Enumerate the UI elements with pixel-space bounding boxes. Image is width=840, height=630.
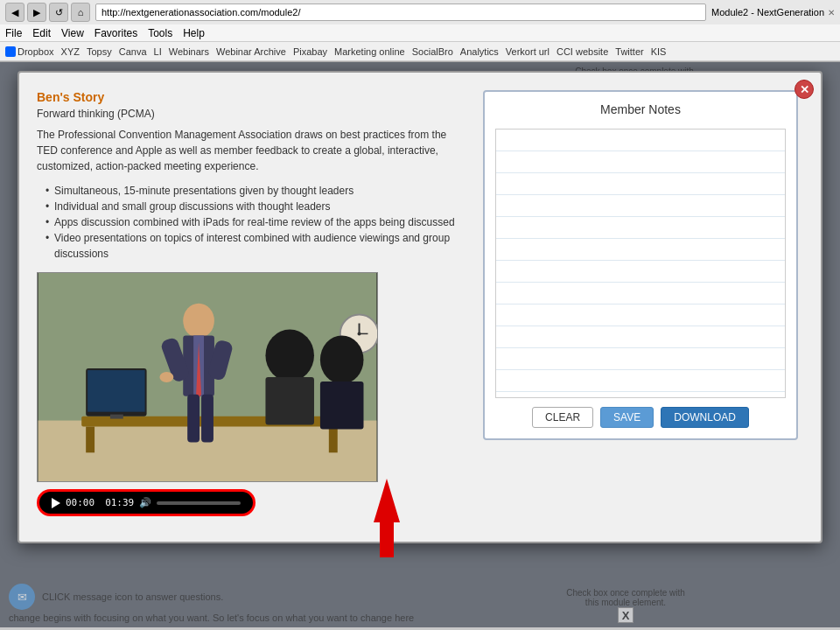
svg-rect-22 [265, 377, 314, 425]
volume-icon[interactable]: 🔊 [139, 497, 151, 508]
back-button[interactable]: ◀ [5, 3, 24, 22]
menu-edit[interactable]: Edit [32, 27, 51, 39]
message-icon[interactable]: ✉ [9, 584, 35, 610]
bookmark-canva[interactable]: Canva [119, 46, 147, 57]
play-button[interactable] [52, 498, 60, 508]
bookmark-xyz[interactable]: XYZ [61, 46, 80, 57]
bottom-instruction-text: CLICK message icon to answer questions. [42, 592, 223, 602]
svg-rect-11 [110, 415, 123, 419]
bookmark-verkort[interactable]: Verkort url [506, 46, 550, 57]
modal-right-panel: Member Notes [483, 90, 798, 516]
menu-view[interactable]: View [61, 27, 84, 39]
bottom-bg-content: ✉ CLICK message icon to answer questions… [9, 584, 831, 623]
bookmark-twitter[interactable]: Twitter [615, 46, 643, 57]
story-body-text: The Professional Convention Management A… [37, 127, 466, 174]
notes-textarea[interactable] [496, 130, 785, 397]
svg-rect-7 [86, 427, 94, 453]
bookmark-marketing[interactable]: Marketing online [334, 46, 405, 57]
video-controls-container: 00:00 01:39 🔊 [37, 489, 466, 516]
address-bar[interactable] [95, 4, 706, 21]
tab-close-button[interactable]: ✕ [828, 8, 835, 18]
bookmark-webinar-archive[interactable]: Webinar Archive [216, 46, 286, 57]
clear-button[interactable]: CLEAR [532, 407, 593, 428]
svg-point-12 [183, 304, 214, 339]
bottom-row-1: ✉ CLICK message icon to answer questions… [9, 584, 831, 610]
menu-favorites[interactable]: Favorites [94, 27, 137, 39]
story-title: Ben's Story [37, 90, 466, 104]
svg-point-18 [159, 372, 173, 382]
menu-tools[interactable]: Tools [148, 27, 172, 39]
list-item-1: Simultaneous, 15-minute presentations gi… [46, 183, 466, 199]
checkbox-bottom[interactable]: X [618, 607, 634, 623]
modal-left-panel: Ben's Story Forward thinking (PCMA) The … [37, 90, 466, 516]
svg-point-23 [320, 335, 364, 384]
bookmark-analytics[interactable]: Analytics [460, 46, 499, 57]
list-item-3: Apps discussion combined with iPads for … [46, 214, 466, 230]
story-bullet-list: Simultaneous, 15-minute presentations gi… [37, 183, 466, 262]
browser-titlebar: ◀ ▶ ↺ ⌂ Module2 - NextGeneration ✕ [0, 0, 840, 24]
svg-rect-20 [201, 395, 214, 443]
svg-point-21 [265, 329, 314, 382]
video-wrapper: 00:00 01:39 🔊 [37, 272, 466, 516]
save-button[interactable]: SAVE [600, 407, 654, 428]
video-thumbnail[interactable] [37, 272, 378, 482]
story-subtitle: Forward thinking (PCMA) [37, 108, 466, 120]
close-icon: ✕ [800, 83, 809, 96]
bookmark-dropbox[interactable]: Dropbox [5, 46, 54, 57]
home-button[interactable]: ⌂ [71, 3, 90, 22]
svg-rect-10 [88, 370, 144, 412]
nav-buttons: ◀ ▶ ↺ ⌂ [5, 3, 90, 22]
menu-bar: File Edit View Favorites Tools Help [0, 24, 840, 42]
time-total: 01:39 [105, 497, 134, 508]
modal-body: Ben's Story Forward thinking (PCMA) The … [37, 90, 803, 516]
svg-rect-8 [329, 427, 338, 453]
video-scene-svg [38, 273, 377, 481]
download-button[interactable]: DOWNLOAD [661, 407, 749, 428]
video-player-controls[interactable]: 00:00 01:39 🔊 [37, 489, 256, 516]
svg-rect-24 [320, 382, 364, 430]
checkbox-instruction-bottom: Check box once complete with this module… [560, 588, 691, 607]
bookmark-webinars[interactable]: Webinars [169, 46, 209, 57]
notes-lines-container [495, 129, 786, 398]
modal-close-button[interactable]: ✕ [794, 80, 814, 99]
svg-rect-19 [187, 395, 200, 443]
bookmark-topsy[interactable]: Topsy [87, 46, 112, 57]
page-background: Check box once complete with this module… [0, 62, 840, 627]
bookmark-socialbro[interactable]: SocialBro [412, 46, 453, 57]
browser-chrome: ◀ ▶ ↺ ⌂ Module2 - NextGeneration ✕ File … [0, 0, 840, 62]
bottom-change-text: change begins with focusing on what you … [9, 612, 831, 623]
bookmark-cci[interactable]: CCI website [556, 46, 608, 57]
notes-buttons: CLEAR SAVE DOWNLOAD [495, 407, 786, 428]
bookmark-pixabay[interactable]: Pixabay [293, 46, 327, 57]
bookmark-kis[interactable]: KIS [651, 46, 667, 57]
list-item-2: Individual and small group discussions w… [46, 199, 466, 214]
time-current: 00:00 [66, 497, 94, 508]
refresh-button[interactable]: ↺ [49, 3, 68, 22]
list-item-4: Video presentations on topics of interes… [46, 230, 466, 262]
progress-bar[interactable] [157, 501, 241, 505]
tab-label: Module2 - NextGeneration [711, 7, 824, 18]
bookmark-li[interactable]: LI [154, 46, 162, 57]
modal-overlay: ✕ Ben's Story Forward thinking (PCMA) Th… [0, 62, 840, 627]
forward-button[interactable]: ▶ [27, 3, 46, 22]
notes-panel: Member Notes [483, 90, 798, 440]
checkbox-area-bottom: Check box once complete with this module… [560, 588, 691, 623]
notes-panel-title: Member Notes [495, 102, 786, 122]
modal-dialog: ✕ Ben's Story Forward thinking (PCMA) Th… [18, 71, 822, 543]
menu-file[interactable]: File [5, 27, 22, 39]
menu-help[interactable]: Help [183, 27, 205, 39]
bookmarks-bar: Dropbox XYZ Topsy Canva LI Webinars Webi… [0, 42, 840, 61]
